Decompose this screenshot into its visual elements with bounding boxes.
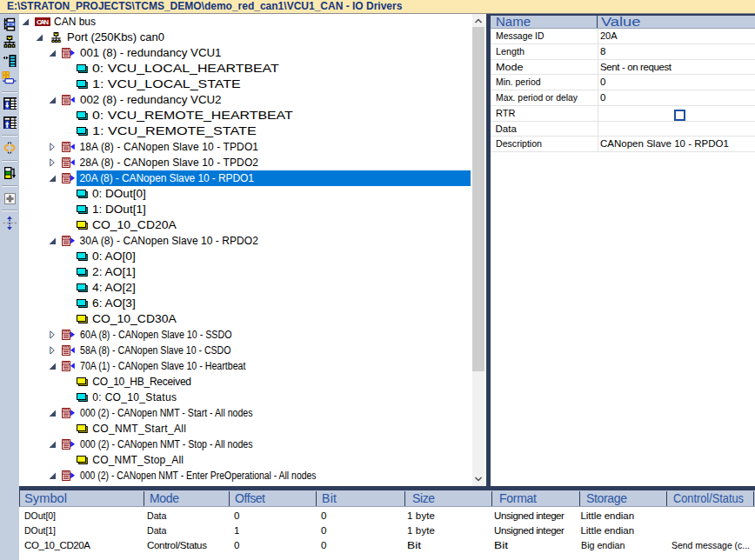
svg-text:CAN: CAN [37,18,49,26]
